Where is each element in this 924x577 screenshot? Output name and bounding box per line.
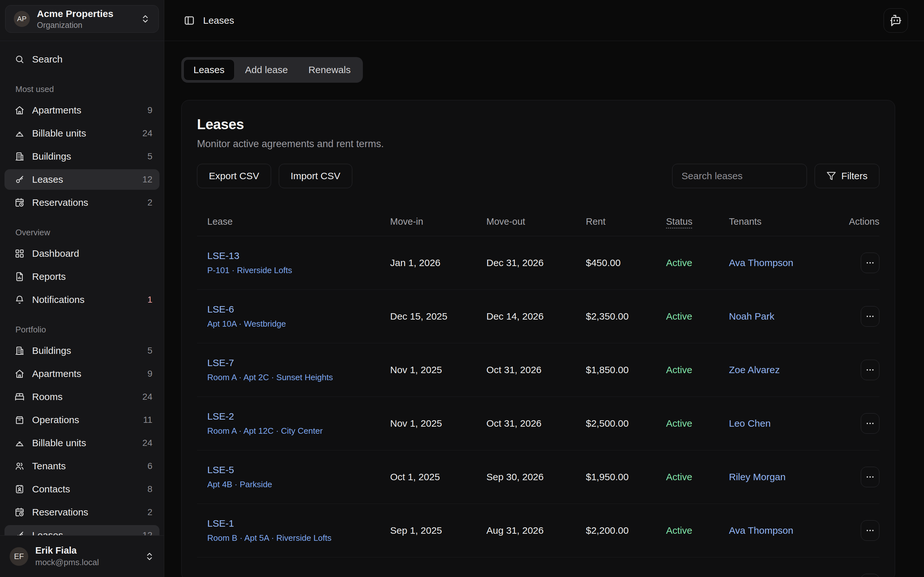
col-header-status[interactable]: Status [656,216,719,227]
row-actions-button[interactable] [861,253,879,273]
ellipsis-icon [866,259,874,267]
lease-unit-link[interactable]: Room B · Apt 5A · Riverside Lofts [207,533,380,543]
sidebar-item-billable-units[interactable]: Billable units 24 [5,433,160,453]
bed-icon [15,392,24,402]
lease-unit-link[interactable]: Apt 4B · Parkside [207,480,380,490]
sidebar-nav: Search Most used Apartments 9 Billable u… [0,41,164,535]
sidebar-item-apartments[interactable]: Apartments 9 [5,364,160,384]
leases-card: Leases Monitor active agreements and ren… [181,100,895,577]
lease-id-link[interactable]: LSE-5 [207,464,380,475]
lease-id-link[interactable]: LSE-13 [207,250,380,261]
bell-icon [15,295,24,305]
sidebar-item-label: Dashboard [32,248,79,259]
funnel-icon [827,171,836,181]
sidebar-item-search[interactable]: Search [5,49,160,69]
lease-unit-link[interactable]: P-101 · Riverside Lofts [207,266,380,276]
sidebar-item-operations[interactable]: Operations 11 [5,410,160,430]
move-out-cell: Oct 31, 2026 [476,364,575,376]
lease-id-link[interactable]: LSE-2 [207,411,380,422]
ellipsis-icon [866,526,874,535]
lease-id-link[interactable]: LSE-7 [207,358,380,368]
sidebar-item-count: 8 [147,484,152,494]
toolbar: Export CSV Import CSV Filters [197,164,879,188]
rent-cell: $2,500.00 [575,418,656,429]
sidebar-item-count: 5 [147,346,152,356]
sidebar-item-notifications[interactable]: Notifications 1 [5,290,160,310]
status-cell: Active [656,472,719,482]
sidebar-item-tenants[interactable]: Tenants 6 [5,456,160,476]
table-row-lse-13: LSE-13 P-101 · Riverside Lofts Jan 1, 20… [197,236,879,290]
sidebar-item-buildings[interactable]: Buildings 5 [5,146,160,167]
tenant-link[interactable]: Leo Chen [719,418,825,429]
tenant-link[interactable]: Ava Thompson [719,258,825,268]
table-row-lse-5: LSE-5 Apt 4B · Parkside Oct 1, 2025 Sep … [197,450,879,504]
sidebar-item-contacts[interactable]: Contacts 8 [5,479,160,500]
row-actions-button[interactable] [861,306,879,327]
sidebar-item-dashboard[interactable]: Dashboard [5,243,160,264]
col-header-move-out[interactable]: Move-out [476,216,575,227]
col-header-move-in[interactable]: Move-in [380,216,476,227]
row-actions-button[interactable] [861,359,879,380]
sidebar-item-reports[interactable]: Reports [5,266,160,287]
tenant-link[interactable]: Zoe Alvarez [719,364,825,376]
page-title: Leases [197,116,879,132]
tenant-link[interactable]: Ava Thompson [719,525,825,536]
tab-renewals[interactable]: Renewals [298,59,360,81]
rent-cell: $450.00 [575,258,656,268]
search-leases-input[interactable] [672,164,807,188]
col-header-rent[interactable]: Rent [575,216,656,227]
row-actions-button[interactable] [861,574,879,577]
rent-cell: $2,200.00 [575,525,656,536]
table-row-lse-1: LSE-1 Room B · Apt 5A · Riverside Lofts … [197,504,879,558]
assistant-button[interactable] [884,8,908,33]
lease-unit-link[interactable]: Room A · Apt 2C · Sunset Heights [207,372,380,382]
user-menu[interactable]: EF Erik Fiala mock@pms.local [0,535,164,577]
bot-message-icon [890,15,902,27]
user-meta: Erik Fiala mock@pms.local [35,545,99,567]
sidebar-item-leases[interactable]: Leases 12 [5,169,160,190]
topbar: Leases [165,0,924,41]
sidebar-item-reservations[interactable]: Reservations 2 [5,192,160,213]
table-row-lse-7: LSE-7 Room A · Apt 2C · Sunset Heights N… [197,343,879,397]
sidebar-item-count: 6 [147,461,152,471]
sidebar-item-leases[interactable]: Leases 12 [5,525,160,535]
org-switcher[interactable]: AP Acme Properties Organization [5,5,159,33]
row-actions-button[interactable] [861,520,879,541]
sidebar-item-label: Reservations [32,507,88,518]
sidebar-item-count: 2 [147,197,152,208]
sidebar-item-rooms[interactable]: Rooms 24 [5,387,160,407]
chevrons-up-down-icon [145,552,154,561]
sidebar-item-billable-units[interactable]: Billable units 24 [5,123,160,143]
box-icon [15,415,24,425]
row-actions-button[interactable] [861,413,879,434]
import-csv-button[interactable]: Import CSV [279,164,352,188]
tab-add-lease[interactable]: Add lease [235,59,298,81]
sidebar-item-label: Reservations [32,197,88,208]
row-actions-button[interactable] [861,467,879,487]
chevrons-up-down-icon [141,14,150,24]
filters-button[interactable]: Filters [814,164,879,188]
sidebar-item-count: 1 [147,295,152,305]
sidebar-item-count: 5 [147,151,152,161]
sidebar-item-label: Leases [32,174,63,185]
sidebar-item-label: Apartments [32,368,81,379]
sidebar-item-label: Buildings [32,345,71,356]
col-header-lease[interactable]: Lease [197,216,380,227]
lease-id-link[interactable]: LSE-6 [207,304,380,315]
lease-unit-link[interactable]: Room A · Apt 12C · City Center [207,426,380,436]
col-header-tenants[interactable]: Tenants [719,216,825,227]
leases-table: Lease Move-in Move-out Rent Status Tenan… [197,207,879,577]
sidebar-item-count: 11 [143,415,152,425]
sidebar-item-buildings[interactable]: Buildings 5 [5,340,160,361]
sidebar-item-apartments[interactable]: Apartments 9 [5,100,160,121]
key-icon [15,175,24,184]
export-csv-button[interactable]: Export CSV [197,164,271,188]
user-name: Erik Fiala [35,545,99,556]
tenant-link[interactable]: Noah Park [719,311,825,322]
lease-unit-link[interactable]: Apt 10A · Westbridge [207,319,380,329]
panel-left-icon[interactable] [184,15,195,26]
lease-id-link[interactable]: LSE-1 [207,518,380,529]
tenant-link[interactable]: Riley Morgan [719,472,825,482]
sidebar-item-reservations[interactable]: Reservations 2 [5,502,160,522]
tab-leases[interactable]: Leases [184,59,234,81]
